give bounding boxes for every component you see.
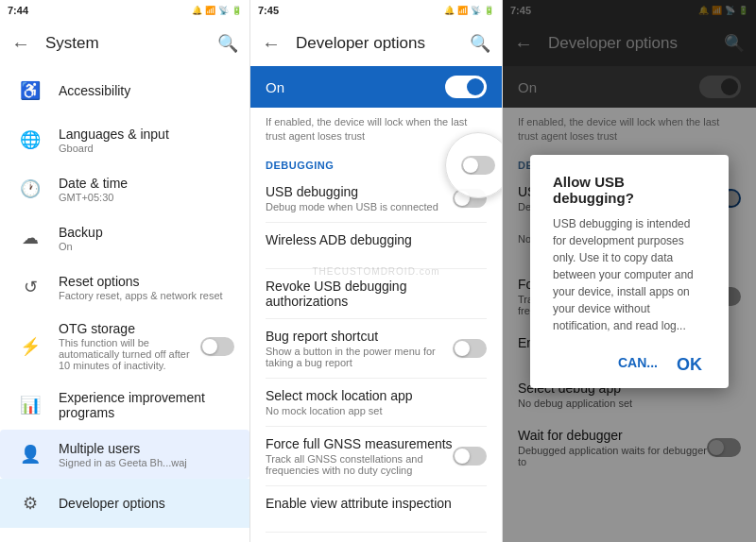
backup-icon: ☁ — [15, 223, 45, 253]
view-attr-item[interactable]: Enable view attribute inspection — [250, 486, 502, 532]
on-label: On — [266, 79, 284, 95]
dialog-body: USB debugging is intended for developmen… — [553, 215, 706, 334]
signal-icon: 📡 — [218, 6, 229, 15]
experience-icon: 📊 — [15, 390, 45, 420]
menu-item-accessibility[interactable]: ♿ Accessibility — [0, 66, 249, 115]
usb-debug-dialog: Allow USB debugging? USB debugging is in… — [530, 155, 729, 388]
view-attr-title: Enable view attribute inspection — [266, 496, 487, 511]
multiuser-icon: 👤 — [15, 439, 45, 469]
revoke-usb-item[interactable]: Revoke USB debugging authorizations — [250, 269, 502, 318]
menu-item-developer[interactable]: ⚙ Developer options — [0, 479, 249, 528]
signal-icon-2: 📡 — [471, 6, 481, 15]
dialog-overlay: Allow USB debugging? USB debugging is in… — [503, 0, 756, 542]
battery-icon: 🔋 — [232, 6, 242, 15]
developer-menu: USB debugging Debug mode when USB is con… — [250, 175, 502, 542]
gnss-toggle[interactable] — [453, 447, 487, 466]
bug-report-toggle[interactable] — [453, 339, 487, 358]
menu-item-otg[interactable]: ⚡ OTG storage This function will be auto… — [0, 312, 249, 381]
system-menu: ♿ Accessibility 🌐 Languages & input Gboa… — [0, 66, 249, 542]
languages-subtitle: Gboard — [59, 143, 234, 154]
backup-subtitle: On — [59, 241, 234, 252]
status-icons-2: 🔔 📶 📡 🔋 — [444, 6, 494, 15]
back-icon-2[interactable]: ← — [262, 33, 281, 55]
reset-label: Reset options — [59, 274, 234, 289]
system-title: System — [45, 34, 217, 53]
toggle-circle-effect — [445, 132, 503, 198]
dialog-cancel-button[interactable]: CAN... — [614, 349, 662, 381]
accessibility-label: Accessibility — [59, 83, 234, 98]
menu-item-backup[interactable]: ☁ Backup On — [0, 213, 249, 263]
developer-icon: ⚙ — [15, 488, 45, 518]
menu-item-hboost[interactable]: 🚀 HM Boost — [0, 528, 249, 542]
status-bar-2: 7:45 🔔 📶 📡 🔋 — [250, 0, 502, 21]
dialog-title: Allow USB debugging? — [553, 174, 706, 206]
wireless-adb-title: Wireless ADB debugging — [266, 232, 487, 247]
mock-location-item[interactable]: Select mock location app No mock locatio… — [250, 379, 502, 426]
usb-debug-subtitle: Debug mode when USB is connected — [266, 201, 453, 212]
developer-label: Developer options — [59, 496, 234, 511]
otg-toggle[interactable] — [200, 337, 234, 356]
datetime-subtitle: GMT+05:30 — [59, 192, 234, 203]
experience-label: Experience improvement programs — [59, 390, 234, 420]
status-time-2: 7:45 — [258, 5, 279, 16]
dialog-buttons: CAN... OK — [553, 346, 706, 381]
multiuser-subtitle: Signed in as Geeta Bh...waj — [59, 457, 234, 468]
wifi-icon-2: 📶 — [457, 6, 468, 15]
notification-icon-2: 🔔 — [444, 6, 455, 15]
on-toggle[interactable] — [445, 76, 487, 98]
reset-subtitle: Factory reset, apps & network reset — [59, 290, 234, 301]
mock-location-subtitle: No mock location app set — [266, 405, 487, 416]
hboost-icon: 🚀 — [15, 537, 45, 542]
bug-report-subtitle: Show a button in the power menu for taki… — [266, 346, 453, 368]
usb-debug-title: USB debugging — [266, 184, 453, 199]
debug-app-item[interactable]: Select debug app No debug application se… — [250, 533, 502, 542]
status-time-1: 7:44 — [8, 5, 28, 16]
backup-label: Backup — [59, 225, 234, 240]
mock-location-title: Select mock location app — [266, 388, 487, 403]
menu-item-languages[interactable]: 🌐 Languages & input Gboard — [0, 115, 249, 164]
developer-header: ← Developer options 🔍 — [250, 21, 502, 66]
gnss-title: Force full GNSS measurements — [266, 436, 453, 451]
bug-report-item[interactable]: Bug report shortcut Show a button in the… — [250, 319, 502, 378]
accessibility-icon: ♿ — [15, 76, 45, 106]
battery-icon-2: 🔋 — [484, 6, 494, 15]
search-icon-2[interactable]: 🔍 — [470, 33, 490, 54]
wifi-icon: 📶 — [205, 6, 215, 15]
gnss-subtitle: Track all GNSS constellations and freque… — [266, 453, 453, 476]
on-bar[interactable]: On — [250, 66, 502, 108]
panel-developer: 7:45 🔔 📶 📡 🔋 ← Developer options 🔍 On If… — [250, 0, 503, 542]
datetime-label: Date & time — [59, 176, 234, 191]
revoke-usb-title: Revoke USB debugging authorizations — [266, 279, 487, 309]
system-header: ← System 🔍 — [0, 21, 249, 66]
otg-subtitle: This function will be automatically turn… — [59, 337, 200, 371]
datetime-icon: 🕐 — [15, 174, 45, 204]
languages-icon: 🌐 — [15, 125, 45, 155]
back-icon[interactable]: ← — [11, 33, 30, 55]
otg-label: OTG storage — [59, 321, 200, 336]
gnss-item[interactable]: Force full GNSS measurements Track all G… — [250, 427, 502, 485]
menu-item-experience[interactable]: 📊 Experience improvement programs — [0, 381, 249, 430]
wireless-adb-item[interactable]: Wireless ADB debugging — [250, 223, 502, 268]
notification-icon: 🔔 — [192, 6, 202, 15]
panel-system: 7:44 🔔 📶 📡 🔋 ← System 🔍 ♿ Accessibility … — [0, 0, 250, 542]
multiuser-label: Multiple users — [59, 441, 234, 456]
menu-item-reset[interactable]: ↺ Reset options Factory reset, apps & ne… — [0, 263, 249, 312]
panel-developer-dialog: 7:45 🔔 📶 📡 🔋 ← Developer options 🔍 On If… — [503, 0, 756, 542]
search-icon[interactable]: 🔍 — [217, 33, 238, 54]
menu-item-datetime[interactable]: 🕐 Date & time GMT+05:30 — [0, 164, 249, 213]
otg-icon: ⚡ — [15, 331, 45, 362]
developer-title: Developer options — [296, 34, 470, 53]
reset-icon: ↺ — [15, 272, 45, 302]
menu-item-multiuser[interactable]: 👤 Multiple users Signed in as Geeta Bh..… — [0, 430, 249, 479]
status-bar-1: 7:44 🔔 📶 📡 🔋 — [0, 0, 249, 21]
bug-report-title: Bug report shortcut — [266, 329, 453, 344]
languages-label: Languages & input — [59, 127, 234, 142]
status-icons-1: 🔔 📶 📡 🔋 — [192, 6, 242, 15]
dialog-ok-button[interactable]: OK — [673, 349, 706, 381]
